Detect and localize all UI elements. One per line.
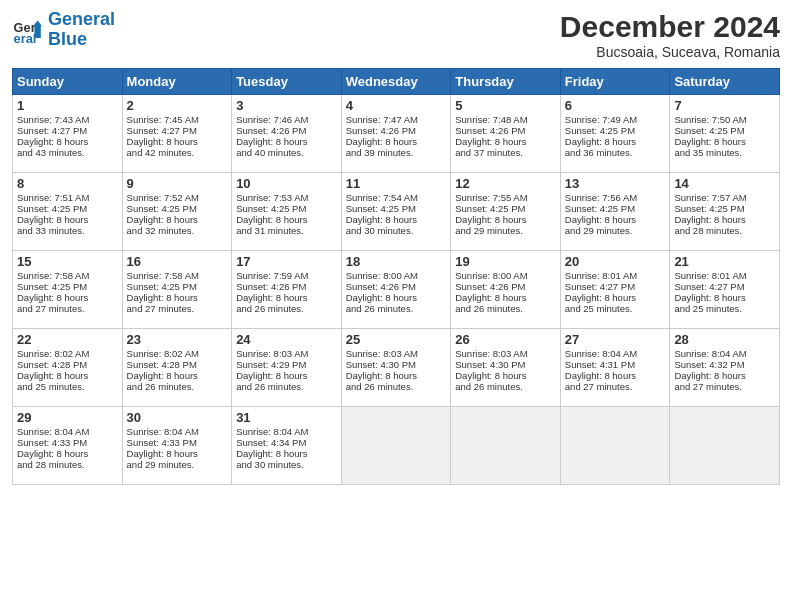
day-info-line: Sunset: 4:26 PM	[236, 125, 337, 136]
day-info-line: and 26 minutes.	[236, 303, 337, 314]
day-info-line: Sunset: 4:34 PM	[236, 437, 337, 448]
day-info-line: Daylight: 8 hours	[674, 214, 775, 225]
day-cell-16: 16Sunrise: 7:58 AMSunset: 4:25 PMDayligh…	[122, 251, 232, 329]
day-info-line: and 26 minutes.	[236, 381, 337, 392]
week-row-2: 8Sunrise: 7:51 AMSunset: 4:25 PMDaylight…	[13, 173, 780, 251]
day-info-line: Sunrise: 7:52 AM	[127, 192, 228, 203]
day-info-line: and 37 minutes.	[455, 147, 556, 158]
day-info-line: Sunrise: 7:58 AM	[127, 270, 228, 281]
empty-cell	[451, 407, 561, 485]
day-info-line: Sunset: 4:33 PM	[127, 437, 228, 448]
header-row-days: SundayMondayTuesdayWednesdayThursdayFrid…	[13, 69, 780, 95]
day-info-line: Daylight: 8 hours	[346, 136, 447, 147]
day-info-line: Daylight: 8 hours	[455, 370, 556, 381]
day-cell-29: 29Sunrise: 8:04 AMSunset: 4:33 PMDayligh…	[13, 407, 123, 485]
day-info-line: and 40 minutes.	[236, 147, 337, 158]
day-info-line: Sunset: 4:28 PM	[127, 359, 228, 370]
day-cell-11: 11Sunrise: 7:54 AMSunset: 4:25 PMDayligh…	[341, 173, 451, 251]
day-number: 18	[346, 254, 447, 269]
day-info-line: Daylight: 8 hours	[236, 292, 337, 303]
day-info-line: Sunset: 4:30 PM	[346, 359, 447, 370]
day-cell-8: 8Sunrise: 7:51 AMSunset: 4:25 PMDaylight…	[13, 173, 123, 251]
day-number: 27	[565, 332, 666, 347]
day-cell-7: 7Sunrise: 7:50 AMSunset: 4:25 PMDaylight…	[670, 95, 780, 173]
day-cell-13: 13Sunrise: 7:56 AMSunset: 4:25 PMDayligh…	[560, 173, 670, 251]
day-info-line: Sunrise: 7:47 AM	[346, 114, 447, 125]
day-number: 21	[674, 254, 775, 269]
day-info-line: Sunset: 4:26 PM	[455, 281, 556, 292]
day-cell-25: 25Sunrise: 8:03 AMSunset: 4:30 PMDayligh…	[341, 329, 451, 407]
day-number: 17	[236, 254, 337, 269]
day-info-line: Daylight: 8 hours	[674, 292, 775, 303]
day-cell-3: 3Sunrise: 7:46 AMSunset: 4:26 PMDaylight…	[232, 95, 342, 173]
day-info-line: Sunset: 4:26 PM	[346, 125, 447, 136]
logo-blue: Blue	[48, 29, 87, 49]
day-cell-14: 14Sunrise: 7:57 AMSunset: 4:25 PMDayligh…	[670, 173, 780, 251]
day-info-line: Sunrise: 8:02 AM	[127, 348, 228, 359]
day-info-line: Daylight: 8 hours	[565, 292, 666, 303]
day-info-line: and 43 minutes.	[17, 147, 118, 158]
empty-cell	[670, 407, 780, 485]
day-info-line: and 29 minutes.	[455, 225, 556, 236]
day-cell-2: 2Sunrise: 7:45 AMSunset: 4:27 PMDaylight…	[122, 95, 232, 173]
day-info-line: Sunset: 4:27 PM	[17, 125, 118, 136]
day-info-line: Sunrise: 8:00 AM	[455, 270, 556, 281]
day-info-line: and 26 minutes.	[346, 381, 447, 392]
day-number: 26	[455, 332, 556, 347]
day-info-line: Sunrise: 8:03 AM	[236, 348, 337, 359]
day-info-line: Sunset: 4:26 PM	[236, 281, 337, 292]
day-info-line: Daylight: 8 hours	[674, 370, 775, 381]
day-cell-27: 27Sunrise: 8:04 AMSunset: 4:31 PMDayligh…	[560, 329, 670, 407]
day-info-line: Sunset: 4:25 PM	[565, 203, 666, 214]
day-info-line: Sunrise: 7:54 AM	[346, 192, 447, 203]
day-info-line: Daylight: 8 hours	[17, 214, 118, 225]
location: Bucsoaia, Suceava, Romania	[560, 44, 780, 60]
day-info-line: Daylight: 8 hours	[236, 214, 337, 225]
day-number: 31	[236, 410, 337, 425]
day-number: 22	[17, 332, 118, 347]
day-info-line: and 36 minutes.	[565, 147, 666, 158]
day-number: 6	[565, 98, 666, 113]
day-cell-5: 5Sunrise: 7:48 AMSunset: 4:26 PMDaylight…	[451, 95, 561, 173]
day-info-line: and 27 minutes.	[674, 381, 775, 392]
day-info-line: Daylight: 8 hours	[127, 370, 228, 381]
month-title: December 2024	[560, 10, 780, 44]
logo-text: General Blue	[48, 10, 115, 50]
day-info-line: and 29 minutes.	[127, 459, 228, 470]
empty-cell	[341, 407, 451, 485]
day-number: 1	[17, 98, 118, 113]
day-info-line: Daylight: 8 hours	[455, 292, 556, 303]
svg-text:eral: eral	[14, 31, 37, 46]
day-number: 16	[127, 254, 228, 269]
day-info-line: Sunset: 4:25 PM	[127, 281, 228, 292]
day-info-line: Daylight: 8 hours	[236, 136, 337, 147]
day-info-line: Sunrise: 7:49 AM	[565, 114, 666, 125]
day-info-line: Sunrise: 8:04 AM	[565, 348, 666, 359]
col-header-wednesday: Wednesday	[341, 69, 451, 95]
day-number: 25	[346, 332, 447, 347]
day-cell-18: 18Sunrise: 8:00 AMSunset: 4:26 PMDayligh…	[341, 251, 451, 329]
day-number: 7	[674, 98, 775, 113]
day-info-line: Daylight: 8 hours	[17, 370, 118, 381]
day-info-line: and 27 minutes.	[17, 303, 118, 314]
day-info-line: Daylight: 8 hours	[17, 136, 118, 147]
logo-icon: Gen eral	[12, 14, 44, 46]
week-row-5: 29Sunrise: 8:04 AMSunset: 4:33 PMDayligh…	[13, 407, 780, 485]
day-info-line: and 27 minutes.	[565, 381, 666, 392]
day-info-line: Sunrise: 7:48 AM	[455, 114, 556, 125]
day-info-line: Sunrise: 7:58 AM	[17, 270, 118, 281]
day-number: 29	[17, 410, 118, 425]
day-cell-19: 19Sunrise: 8:00 AMSunset: 4:26 PMDayligh…	[451, 251, 561, 329]
day-info-line: Sunrise: 7:56 AM	[565, 192, 666, 203]
day-number: 20	[565, 254, 666, 269]
day-info-line: Sunrise: 8:04 AM	[127, 426, 228, 437]
day-info-line: and 29 minutes.	[565, 225, 666, 236]
day-info-line: Sunrise: 7:55 AM	[455, 192, 556, 203]
day-info-line: and 26 minutes.	[455, 303, 556, 314]
day-number: 13	[565, 176, 666, 191]
day-info-line: Sunrise: 8:00 AM	[346, 270, 447, 281]
day-info-line: Daylight: 8 hours	[236, 448, 337, 459]
day-info-line: Sunset: 4:31 PM	[565, 359, 666, 370]
col-header-tuesday: Tuesday	[232, 69, 342, 95]
week-row-3: 15Sunrise: 7:58 AMSunset: 4:25 PMDayligh…	[13, 251, 780, 329]
